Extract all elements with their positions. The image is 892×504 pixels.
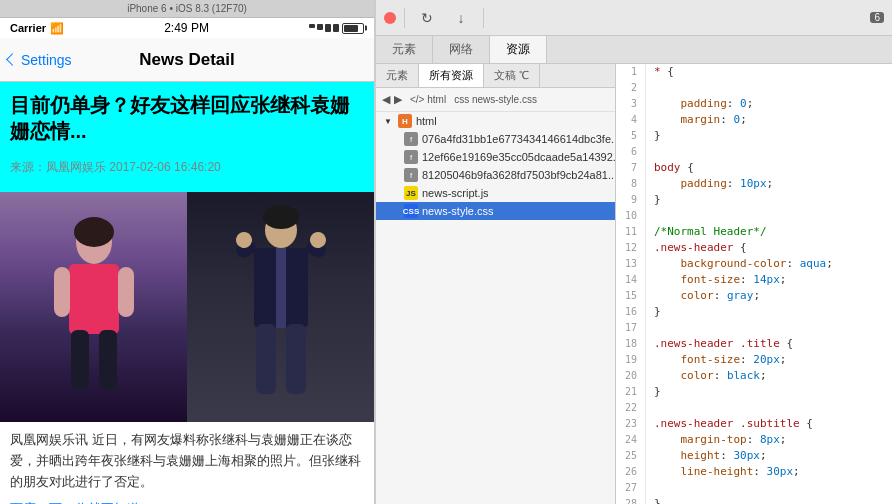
carrier-label: Carrier xyxy=(10,22,46,34)
signal-bar-4 xyxy=(333,24,339,32)
sub-tab-elements[interactable]: 元素 xyxy=(376,64,419,87)
svg-point-8 xyxy=(263,205,299,229)
tree-item-file-1-label: 076a4fd31bb1e6773434146614dbc3fe... xyxy=(422,133,615,145)
code-line-2: 2 xyxy=(616,80,892,96)
tab-resources-label: 资源 xyxy=(506,41,530,58)
code-line-6: 6 xyxy=(616,144,892,160)
tree-item-file-3[interactable]: f 81205046b9fa3628fd7503bf9cb24a81... xyxy=(376,166,615,184)
tree-item-file-3-label: 81205046b9fa3628fd7503bf9cb24a81... xyxy=(422,169,615,181)
resources-nav: ◀ ▶ </> html css news-style.css xyxy=(376,88,615,112)
news-image-left xyxy=(0,192,187,422)
code-lines-container: 1 * { 2 3 padding: 0; 4 margin: 0; 5 xyxy=(616,64,892,504)
code-line-3: 3 padding: 0; xyxy=(616,96,892,112)
news-body-text: 凤凰网娱乐讯 近日，有网友爆料称张继科与袁姗姗正在谈恋爱，并晒出跨年夜张继科与袁… xyxy=(10,432,361,489)
refresh-button[interactable]: ↻ xyxy=(413,6,441,30)
code-line-25: 25 height: 30px; xyxy=(616,448,892,464)
download-icon: ↓ xyxy=(458,10,465,26)
back-button[interactable]: Settings xyxy=(8,52,72,68)
battery-fill xyxy=(344,25,358,32)
news-image-right xyxy=(187,192,374,422)
nav-back-icon[interactable]: ◀ xyxy=(382,93,390,106)
refresh-icon: ↻ xyxy=(421,10,433,26)
generic-file-icon-1: f xyxy=(404,132,418,146)
code-line-4: 4 margin: 0; xyxy=(616,112,892,128)
code-line-16: 16 } xyxy=(616,304,892,320)
tree-item-news-style-label: news-style.css xyxy=(422,205,494,217)
tree-item-file-2-label: 12ef66e19169e35cc05dcaade5a14392... xyxy=(422,151,615,163)
code-line-14: 14 font-size: 14px; xyxy=(616,272,892,288)
resources-panel: 元素 所有资源 文稿 ℃ ◀ ▶ </> html css news-style… xyxy=(376,64,616,504)
tree-item-html[interactable]: ▼ H html xyxy=(376,112,615,130)
tree-item-file-2[interactable]: f 12ef66e19169e35cc05dcaade5a14392... xyxy=(376,148,615,166)
download-button[interactable]: ↓ xyxy=(447,6,475,30)
wifi-icon: 📶 xyxy=(50,22,64,35)
news-header: 目前仍单身？好友这样回应张继科袁姗姗恋情... 来源：凤凰网娱乐 2017-02… xyxy=(0,82,374,192)
svg-point-1 xyxy=(74,217,114,247)
js-file-icon: JS xyxy=(404,186,418,200)
code-line-11: 11 /*Normal Header*/ xyxy=(616,224,892,240)
svg-rect-10 xyxy=(276,248,286,328)
news-body: 凤凰网娱乐讯 近日，有网友爆料称张继科与袁姗姗正在谈恋爱，并晒出跨年夜张继科与袁… xyxy=(0,422,374,500)
code-line-12: 12 .news-header { xyxy=(616,240,892,256)
close-button[interactable] xyxy=(384,12,396,24)
tab-network-label: 网络 xyxy=(449,41,473,58)
signal-bar-2 xyxy=(317,24,323,30)
svg-rect-15 xyxy=(256,324,276,394)
devtools-panel: ↻ ↓ 6 元素 网络 资源 元素 所有资源 xyxy=(375,0,892,504)
code-line-8: 8 padding: 10px; xyxy=(616,176,892,192)
tab-network[interactable]: 网络 xyxy=(433,36,490,63)
sub-tab-documents[interactable]: 文稿 ℃ xyxy=(484,64,540,87)
signal-bar-3 xyxy=(325,24,331,32)
news-source: 来源：凤凰网娱乐 2017-02-06 16:46:20 xyxy=(10,152,364,182)
male-figure-svg xyxy=(236,202,326,412)
generic-file-icon-2: f xyxy=(404,150,418,164)
tab-resources[interactable]: 资源 xyxy=(490,36,547,63)
news-title: 目前仍单身？好友这样回应张继科袁姗姗恋情... xyxy=(10,92,364,144)
sub-tab-elements-label: 元素 xyxy=(386,68,408,83)
status-right xyxy=(309,23,364,34)
code-line-24: 24 margin-top: 8px; xyxy=(616,432,892,448)
devtools-tab-bar: 元素 网络 资源 xyxy=(376,36,892,64)
ios-simulator-panel: iPhone 6 • iOS 8.3 (12F70) Carrier 📶 2:4… xyxy=(0,0,375,504)
html-tag-label: </> html xyxy=(410,94,446,105)
ios-status-bar: Carrier 📶 2:49 PM xyxy=(0,18,374,38)
nav-forward-icon[interactable]: ▶ xyxy=(394,93,402,106)
ios-content: 目前仍单身？好友这样回应张继科袁姗姗恋情... 来源：凤凰网娱乐 2017-02… xyxy=(0,82,374,504)
svg-rect-5 xyxy=(71,330,89,390)
svg-rect-16 xyxy=(286,324,306,394)
css-filename-label: css news-style.css xyxy=(454,94,537,105)
chevron-left-icon xyxy=(6,53,19,66)
code-line-27: 27 xyxy=(616,480,892,496)
code-line-1: 1 * { xyxy=(616,64,892,80)
tree-item-news-style[interactable]: CSS news-style.css xyxy=(376,202,615,220)
resource-badge: 6 xyxy=(870,12,884,23)
code-panel: 1 * { 2 3 padding: 0; 4 margin: 0; 5 xyxy=(616,64,892,504)
code-line-17: 17 xyxy=(616,320,892,336)
news-link[interactable]: 百度一下，你就不知道 xyxy=(0,500,374,504)
devtools-body: 元素 所有资源 文稿 ℃ ◀ ▶ </> html css news-style… xyxy=(376,64,892,504)
svg-rect-2 xyxy=(69,264,119,334)
resources-tree: ▼ H html f 076a4fd31bb1e6773434146614dbc… xyxy=(376,112,615,504)
code-line-13: 13 background-color: aqua; xyxy=(616,256,892,272)
code-line-22: 22 xyxy=(616,400,892,416)
svg-rect-4 xyxy=(118,267,134,317)
svg-rect-6 xyxy=(99,330,117,390)
battery-icon xyxy=(342,23,364,34)
tab-elements[interactable]: 元素 xyxy=(376,36,433,63)
page-title: News Detail xyxy=(139,50,234,70)
tree-item-file-1[interactable]: f 076a4fd31bb1e6773434146614dbc3fe... xyxy=(376,130,615,148)
toolbar-separator-1 xyxy=(404,8,405,28)
ios-frame-label: iPhone 6 • iOS 8.3 (12F70) xyxy=(127,3,247,14)
code-line-20: 20 color: black; xyxy=(616,368,892,384)
tree-item-news-script-label: news-script.js xyxy=(422,187,489,199)
code-line-10: 10 xyxy=(616,208,892,224)
ios-frame-header: iPhone 6 • iOS 8.3 (12F70) xyxy=(0,0,374,18)
sub-tab-all-resources[interactable]: 所有资源 xyxy=(419,64,484,87)
code-line-19: 19 font-size: 20px; xyxy=(616,352,892,368)
css-file-icon: CSS xyxy=(404,204,418,218)
toolbar-separator-2 xyxy=(483,8,484,28)
code-line-28: 28 } xyxy=(616,496,892,504)
code-line-9: 9 } xyxy=(616,192,892,208)
tree-item-news-script[interactable]: JS news-script.js xyxy=(376,184,615,202)
sub-tab-documents-label: 文稿 ℃ xyxy=(494,68,529,83)
